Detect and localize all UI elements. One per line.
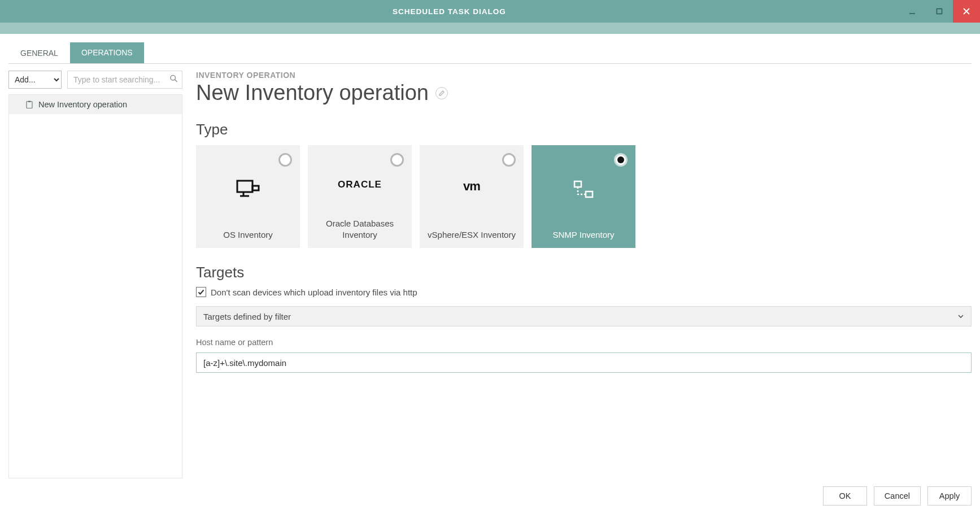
svg-point-4 bbox=[171, 75, 176, 80]
radio-unselected-icon bbox=[278, 153, 292, 167]
svg-rect-13 bbox=[586, 191, 593, 197]
dont-scan-checkbox[interactable] bbox=[196, 287, 206, 297]
type-card-os-inventory[interactable]: OS Inventory bbox=[196, 145, 300, 248]
radio-unselected-icon bbox=[390, 153, 404, 167]
snmp-network-icon bbox=[532, 179, 635, 201]
ok-button[interactable]: OK bbox=[823, 486, 867, 506]
clipboard-icon bbox=[25, 100, 34, 109]
tab-general[interactable]: GENERAL bbox=[8, 42, 70, 63]
sidebar-toolbar: Add... bbox=[8, 71, 182, 94]
cancel-button[interactable]: Cancel bbox=[874, 486, 921, 506]
page-kicker: INVENTORY OPERATION bbox=[196, 71, 972, 80]
vmware-logo-icon: vm bbox=[420, 179, 524, 194]
section-targets-heading: Targets bbox=[196, 264, 972, 281]
chevron-down-icon bbox=[957, 312, 964, 321]
host-pattern-input[interactable] bbox=[196, 352, 972, 373]
type-card-label: OS Inventory bbox=[219, 229, 277, 241]
svg-rect-7 bbox=[28, 101, 31, 103]
close-button[interactable] bbox=[953, 0, 980, 23]
apply-button[interactable]: Apply bbox=[927, 486, 972, 506]
type-card-snmp-inventory[interactable]: SNMP Inventory bbox=[532, 145, 635, 248]
tab-operations[interactable]: OPERATIONS bbox=[70, 42, 144, 63]
tree-item-new-inventory-operation[interactable]: New Inventory operation bbox=[9, 95, 182, 114]
svg-rect-11 bbox=[252, 186, 259, 190]
close-icon bbox=[962, 7, 970, 15]
targets-section: Targets Don't scan devices which upload … bbox=[196, 264, 972, 373]
dont-scan-checkbox-label: Don't scan devices which upload inventor… bbox=[211, 288, 417, 297]
maximize-button[interactable] bbox=[926, 0, 953, 23]
titlebar-strip bbox=[0, 23, 980, 34]
monitor-icon bbox=[196, 179, 300, 201]
svg-rect-1 bbox=[937, 9, 942, 14]
type-cards: OS Inventory ORACLE Oracle Databases Inv… bbox=[196, 145, 972, 248]
sidebar: Add... New Inventory operation bbox=[8, 71, 182, 478]
page-title: New Inventory operation bbox=[196, 81, 429, 105]
window-title: SCHEDULED TASK DIALOG bbox=[0, 7, 899, 16]
add-dropdown[interactable]: Add... bbox=[8, 71, 62, 89]
content-area: GENERAL OPERATIONS Add... bbox=[0, 34, 980, 478]
oracle-logo-icon: ORACLE bbox=[308, 179, 412, 190]
search-icon bbox=[169, 75, 178, 85]
search-wrap bbox=[67, 71, 182, 89]
edit-title-button[interactable] bbox=[435, 87, 448, 99]
type-card-vsphere-inventory[interactable]: vm vSphere/ESX Inventory bbox=[420, 145, 524, 248]
svg-rect-12 bbox=[574, 181, 581, 187]
page-title-row: New Inventory operation bbox=[196, 81, 972, 105]
maximize-icon bbox=[935, 7, 943, 15]
tree-item-label: New Inventory operation bbox=[38, 100, 127, 109]
tabs: GENERAL OPERATIONS bbox=[8, 42, 972, 64]
titlebar: SCHEDULED TASK DIALOG bbox=[0, 0, 980, 23]
type-card-label: SNMP Inventory bbox=[548, 229, 619, 241]
minimize-icon bbox=[908, 7, 916, 15]
type-card-label: vSphere/ESX Inventory bbox=[423, 229, 520, 241]
window-controls bbox=[899, 0, 980, 23]
targets-filter-select[interactable]: Targets defined by filter bbox=[196, 306, 972, 326]
svg-line-5 bbox=[175, 80, 177, 82]
radio-selected-icon bbox=[614, 153, 628, 167]
main-panel: INVENTORY OPERATION New Inventory operat… bbox=[182, 71, 972, 478]
type-card-oracle-inventory[interactable]: ORACLE Oracle Databases Inventory bbox=[308, 145, 412, 248]
targets-filter-value: Targets defined by filter bbox=[203, 312, 291, 321]
checkmark-icon bbox=[197, 288, 205, 296]
type-card-label: Oracle Databases Inventory bbox=[308, 218, 412, 240]
radio-unselected-icon bbox=[502, 153, 516, 167]
host-pattern-label: Host name or pattern bbox=[196, 338, 972, 347]
minimize-button[interactable] bbox=[899, 0, 926, 23]
dont-scan-checkbox-row: Don't scan devices which upload inventor… bbox=[196, 287, 972, 297]
section-type-heading: Type bbox=[196, 121, 972, 138]
dialog-footer: OK Cancel Apply bbox=[0, 478, 980, 514]
svg-rect-8 bbox=[237, 181, 252, 192]
operations-tree: New Inventory operation bbox=[8, 94, 182, 478]
search-input[interactable] bbox=[67, 71, 182, 89]
body-split: Add... New Inventory operation bbox=[8, 64, 972, 478]
pencil-icon bbox=[438, 90, 445, 97]
svg-rect-6 bbox=[27, 102, 32, 108]
